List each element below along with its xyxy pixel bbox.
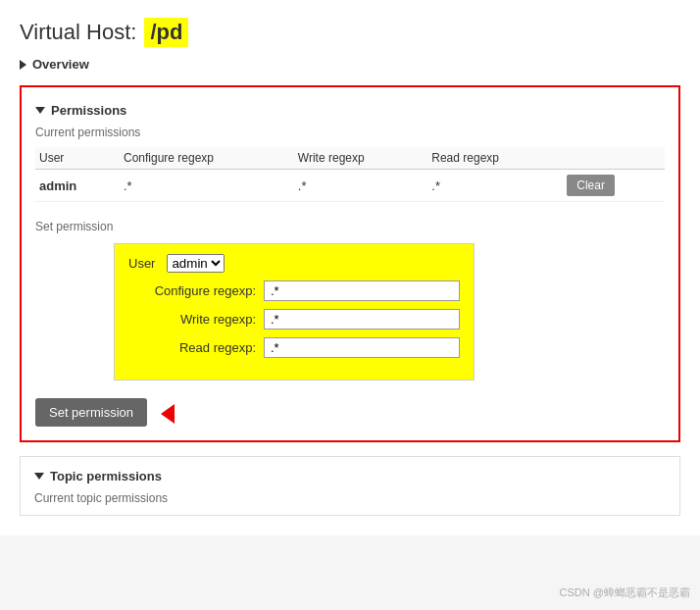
topic-permissions-label: Topic permissions xyxy=(50,469,162,483)
clear-button[interactable]: Clear xyxy=(567,175,615,196)
read-label: Read regexp: xyxy=(128,340,256,355)
read-input[interactable] xyxy=(264,337,460,358)
cell-write: .* xyxy=(294,170,427,202)
table-row: admin .* .* .* Clear xyxy=(35,170,665,202)
user-field-label: User xyxy=(128,256,155,271)
permissions-triangle-icon xyxy=(35,107,45,114)
cell-configure: .* xyxy=(120,170,294,202)
form-user-row: User admin xyxy=(128,254,460,273)
arrow-right-icon xyxy=(161,404,175,424)
permissions-label: Permissions xyxy=(51,103,126,118)
title-prefix: Virtual Host: xyxy=(20,20,136,45)
configure-row: Configure regexp: xyxy=(128,280,460,301)
set-permission-button[interactable]: Set permission xyxy=(35,398,147,427)
user-select[interactable]: admin xyxy=(167,254,225,273)
overview-section: Overview xyxy=(20,55,680,74)
topic-current-label: Current topic permissions xyxy=(34,491,666,505)
col-action xyxy=(563,147,665,170)
col-configure: Configure regexp xyxy=(120,147,294,170)
page-container: Virtual Host: /pd Overview Permissions C… xyxy=(0,0,700,535)
read-row: Read regexp: xyxy=(128,337,460,358)
overview-triangle-icon xyxy=(20,60,26,70)
page-title: Virtual Host: /pd xyxy=(20,18,680,47)
vhost-name: /pd xyxy=(144,18,188,47)
cell-read: .* xyxy=(427,170,563,202)
col-user: User xyxy=(35,147,120,170)
arrow-indicator xyxy=(161,404,175,424)
col-write: Write regexp xyxy=(294,147,427,170)
permissions-toggle[interactable]: Permissions xyxy=(35,101,665,120)
configure-label: Configure regexp: xyxy=(128,283,256,298)
topic-permissions-section: Topic permissions Current topic permissi… xyxy=(20,456,680,516)
set-permission-area: Set permission User admin Configure rege… xyxy=(35,220,665,427)
topic-permissions-toggle[interactable]: Topic permissions xyxy=(34,467,666,485)
topic-triangle-icon xyxy=(34,473,44,480)
cell-clear: Clear xyxy=(563,170,665,202)
set-permission-title: Set permission xyxy=(35,220,665,233)
write-input[interactable] xyxy=(264,309,460,330)
set-perm-btn-row: Set permission xyxy=(35,398,665,427)
write-row: Write regexp: xyxy=(128,309,460,330)
set-permission-form: User admin Configure regexp: Write regex… xyxy=(114,243,475,381)
write-label: Write regexp: xyxy=(128,312,256,327)
cell-user: admin xyxy=(35,170,120,202)
permissions-section: Permissions Current permissions User Con… xyxy=(20,85,680,442)
permissions-table: User Configure regexp Write regexp Read … xyxy=(35,147,665,202)
watermark: CSDN @蟑螂恶霸不是恶霸 xyxy=(560,585,690,600)
configure-input[interactable] xyxy=(264,280,460,301)
overview-toggle[interactable]: Overview xyxy=(20,55,680,74)
current-permissions-label: Current permissions xyxy=(35,126,665,139)
overview-label: Overview xyxy=(32,57,89,72)
col-read: Read regexp xyxy=(427,147,563,170)
